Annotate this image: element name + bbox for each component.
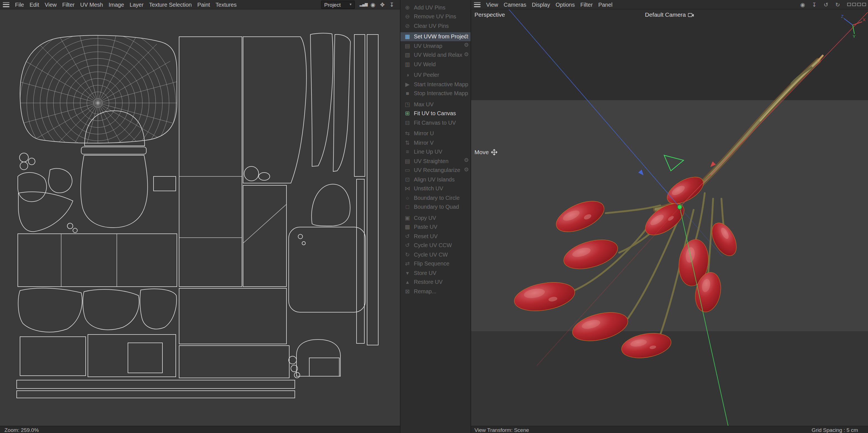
line-up-uv-icon: ≡ bbox=[404, 149, 411, 155]
uv-editor-statusbar: Zoom: 259.0% bbox=[0, 426, 400, 433]
uv-command-list: ⊕Add UV Pins⊖Remove UV Pins⊘Clear UV Pin… bbox=[401, 3, 471, 296]
gear-icon[interactable]: ⚙ bbox=[464, 166, 469, 172]
command-label: UV Unwrap bbox=[414, 43, 442, 49]
command-cycle-uv-ccw: ↺Cycle UV CCW bbox=[401, 241, 471, 250]
command-reset-uv: ↺Reset UV bbox=[401, 232, 471, 241]
vp-menu-display[interactable]: Display bbox=[529, 1, 553, 7]
command-uv-peeler: ◑UV Peeler bbox=[401, 70, 471, 80]
command-label: Line Up UV bbox=[414, 149, 442, 155]
command-fit-uv-to-canvas[interactable]: ⊞Fit UV to Canvas bbox=[401, 109, 471, 118]
render-sphere-icon[interactable]: ◉ bbox=[799, 1, 807, 8]
uv-menu-uv-mesh[interactable]: UV Mesh bbox=[77, 1, 106, 7]
command-boundary-to-circle: ○Boundary to Circle bbox=[401, 193, 471, 202]
command-cycle-uv-cw: ↻Cycle UV CW bbox=[401, 250, 471, 259]
gear-icon[interactable]: ⚙ bbox=[464, 51, 469, 57]
berries[interactable] bbox=[512, 172, 741, 362]
command-label: Cycle UV CCW bbox=[414, 242, 452, 249]
redo-view-icon[interactable]: ↻ bbox=[834, 1, 842, 8]
uv-menu-edit[interactable]: Edit bbox=[27, 1, 42, 7]
command-label: Remove UV Pins bbox=[414, 13, 456, 20]
pane-layout-icons bbox=[847, 3, 866, 6]
command-label: Fit UV to Canvas bbox=[414, 111, 456, 117]
command-uv-rectangularize: ▭UV Rectangularize⚙ bbox=[401, 166, 471, 175]
pane-layout-icon[interactable] bbox=[857, 3, 861, 6]
pane-layout-icon[interactable] bbox=[862, 3, 866, 6]
menu-hamburger-icon[interactable] bbox=[3, 2, 9, 7]
uv-menu-file[interactable]: File bbox=[12, 1, 27, 7]
pane-layout-icon[interactable] bbox=[847, 3, 851, 6]
uv-menu-paint[interactable]: Paint bbox=[195, 1, 213, 7]
unstitch-uv-icon: ⋈ bbox=[404, 185, 411, 192]
fit-canvas-to-uv-icon: ⊟ bbox=[404, 120, 411, 126]
remap-icon: ⊠ bbox=[404, 288, 411, 294]
sphere-icon[interactable] bbox=[369, 1, 377, 8]
viewport-canvas[interactable]: Perspective Default Camera Move bbox=[471, 9, 868, 426]
uv-menu-texture-selection[interactable]: Texture Selection bbox=[146, 1, 194, 7]
gear-icon[interactable]: ⚙ bbox=[464, 42, 469, 48]
clear-uv-pins-icon: ⊘ bbox=[404, 23, 411, 29]
command-label: Unstitch UV bbox=[414, 185, 443, 192]
project-dropdown[interactable]: Project ▾ bbox=[321, 0, 355, 9]
camera-label[interactable]: Default Camera bbox=[645, 11, 694, 18]
command-unstitch-uv: ⋈Unstitch UV bbox=[401, 184, 471, 193]
command-remove-uv-pins: ⊖Remove UV Pins bbox=[401, 12, 471, 21]
command-group-1: ⊕Add UV Pins⊖Remove UV Pins⊘Clear UV Pin… bbox=[401, 3, 471, 30]
command-uv-weld: ▥UV Weld bbox=[401, 60, 471, 69]
command-group-2: ▦Set UVW from Projection⚙▤UV Unwrap⚙▧UV … bbox=[401, 32, 471, 69]
histogram-icon[interactable] bbox=[359, 1, 368, 8]
pan-hand-icon[interactable] bbox=[378, 1, 386, 8]
gear-icon[interactable]: ⚙ bbox=[464, 33, 469, 39]
align-uv-islands-icon: ⊡ bbox=[404, 176, 411, 182]
vp-menu-panel[interactable]: Panel bbox=[595, 1, 615, 7]
axis-x-label: X bbox=[862, 17, 865, 22]
command-set-uvw-from-projection[interactable]: ▦Set UVW from Projection⚙ bbox=[401, 32, 471, 41]
uv-unwrap-icon: ▤ bbox=[404, 43, 411, 49]
dock-arrow-icon[interactable]: ↧ bbox=[810, 1, 818, 8]
command-label: Add UV Pins bbox=[414, 4, 445, 10]
menu-hamburger-icon[interactable] bbox=[474, 2, 480, 7]
axis-gizmo[interactable]: Z X Y bbox=[840, 13, 866, 38]
command-mirror-v: ⇅Mirror V bbox=[401, 138, 471, 147]
viewport-statusbar: View Transform: Scene Grid Spacing : 5 c… bbox=[471, 426, 868, 433]
camera-icon bbox=[688, 12, 694, 17]
command-align-uv-islands: ⊡Align UV Islands bbox=[401, 175, 471, 184]
set-uvw-projection-icon: ▦ bbox=[404, 34, 411, 40]
fit-uv-to-canvas-icon: ⊞ bbox=[404, 111, 411, 117]
uv-menu-filter[interactable]: Filter bbox=[60, 1, 77, 7]
z-axis-arrow-icon bbox=[638, 170, 644, 175]
command-label: Max UV bbox=[414, 101, 434, 108]
gear-icon[interactable]: ⚙ bbox=[464, 157, 469, 163]
command-uv-unwrap: ▤UV Unwrap⚙ bbox=[401, 41, 471, 50]
command-label: Set UVW from Projection bbox=[414, 34, 468, 40]
pane-layout-icon[interactable] bbox=[852, 3, 856, 6]
uv-weld-relax-icon: ▧ bbox=[404, 52, 411, 58]
bodypaint-uv-edit-window: FileEditViewFilterUV MeshImageLayerTextu… bbox=[0, 0, 868, 433]
viewport-menus: ViewCamerasDisplayOptionsFilterPanel bbox=[484, 1, 615, 7]
uv-editor-menus: FileEditViewFilterUV MeshImageLayerTextu… bbox=[12, 1, 240, 7]
uv-menu-image[interactable]: Image bbox=[106, 1, 127, 7]
move-origin-handle[interactable] bbox=[678, 205, 682, 209]
chevron-down-icon: ▾ bbox=[349, 2, 351, 7]
vp-menu-view[interactable]: View bbox=[484, 1, 501, 7]
vp-menu-cameras[interactable]: Cameras bbox=[501, 1, 529, 7]
vp-menu-options[interactable]: Options bbox=[553, 1, 578, 7]
vp-menu-filter[interactable]: Filter bbox=[578, 1, 595, 7]
command-label: Fit Canvas to UV bbox=[414, 120, 456, 126]
dock-icon[interactable] bbox=[388, 1, 396, 8]
remove-uv-pins-icon: ⊖ bbox=[404, 13, 411, 20]
active-tool-label: Move bbox=[474, 149, 497, 155]
uv-peeler-icon: ◑ bbox=[404, 72, 411, 78]
stop-interactive-mapping-icon: ■ bbox=[404, 90, 411, 96]
undo-view-icon[interactable]: ↺ bbox=[822, 1, 830, 8]
projection-label[interactable]: Perspective bbox=[474, 11, 505, 18]
command-start-interactive-mapping: ▶Start Interactive Mapping bbox=[401, 80, 471, 89]
command-label: Align UV Islands bbox=[414, 176, 455, 182]
uv-menu-textures[interactable]: Textures bbox=[213, 1, 240, 7]
uv-menu-view[interactable]: View bbox=[42, 1, 60, 7]
uv-menu-layer[interactable]: Layer bbox=[127, 1, 146, 7]
command-boundary-to-quad: □Boundary to Quad bbox=[401, 202, 471, 211]
command-group-5: ⇆Mirror U⇅Mirror V≡Line Up UV▤UV Straigh… bbox=[401, 129, 471, 211]
uv-canvas[interactable] bbox=[0, 9, 400, 426]
paste-uv-icon: ▩ bbox=[404, 224, 411, 230]
command-group-4: ◳Max UV⊞Fit UV to Canvas⊟Fit Canvas to U… bbox=[401, 99, 471, 127]
